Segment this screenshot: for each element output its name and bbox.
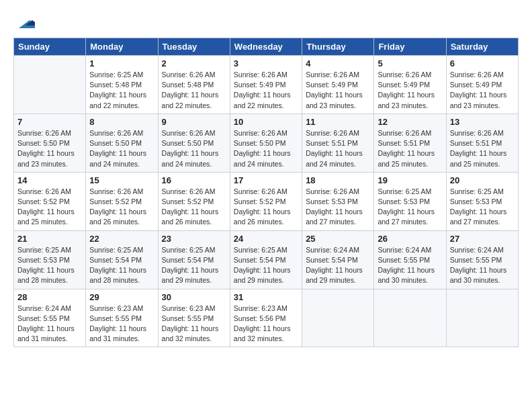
day-number: 28 — [17, 292, 82, 302]
calendar-cell: 21Sunrise: 6:25 AMSunset: 5:53 PMDayligh… — [14, 230, 86, 289]
day-info: Sunrise: 6:23 AMSunset: 5:55 PMDaylight:… — [162, 304, 226, 345]
weekday-header-wednesday: Wednesday — [230, 38, 302, 56]
day-info: Sunrise: 6:23 AMSunset: 5:55 PMDaylight:… — [89, 304, 154, 345]
day-info: Sunrise: 6:25 AMSunset: 5:53 PMDaylight:… — [17, 245, 82, 286]
calendar-cell: 13Sunrise: 6:26 AMSunset: 5:51 PMDayligh… — [446, 113, 518, 172]
calendar-cell: 12Sunrise: 6:26 AMSunset: 5:51 PMDayligh… — [374, 113, 446, 172]
day-info: Sunrise: 6:26 AMSunset: 5:48 PMDaylight:… — [162, 70, 226, 111]
day-info: Sunrise: 6:26 AMSunset: 5:52 PMDaylight:… — [89, 187, 154, 228]
day-info: Sunrise: 6:26 AMSunset: 5:50 PMDaylight:… — [89, 128, 154, 169]
calendar-cell: 7Sunrise: 6:26 AMSunset: 5:50 PMDaylight… — [14, 113, 86, 172]
weekday-header-sunday: Sunday — [14, 38, 86, 56]
calendar-cell — [302, 289, 374, 347]
calendar-cell: 1Sunrise: 6:25 AMSunset: 5:48 PMDaylight… — [86, 56, 158, 114]
weekday-header-saturday: Saturday — [446, 38, 518, 56]
calendar-cell: 6Sunrise: 6:26 AMSunset: 5:49 PMDaylight… — [446, 56, 518, 114]
calendar-cell: 24Sunrise: 6:25 AMSunset: 5:54 PMDayligh… — [230, 230, 302, 289]
logo — [13, 11, 35, 32]
calendar-cell: 31Sunrise: 6:23 AMSunset: 5:56 PMDayligh… — [230, 289, 302, 347]
calendar-cell — [14, 56, 86, 114]
day-info: Sunrise: 6:26 AMSunset: 5:52 PMDaylight:… — [162, 187, 226, 228]
calendar-cell: 9Sunrise: 6:26 AMSunset: 5:50 PMDaylight… — [158, 113, 230, 172]
calendar-cell — [374, 289, 446, 347]
day-number: 31 — [234, 292, 298, 302]
day-info: Sunrise: 6:26 AMSunset: 5:51 PMDaylight:… — [450, 128, 515, 169]
day-info: Sunrise: 6:26 AMSunset: 5:49 PMDaylight:… — [306, 70, 370, 111]
day-info: Sunrise: 6:26 AMSunset: 5:50 PMDaylight:… — [162, 128, 226, 169]
weekday-header-thursday: Thursday — [302, 38, 374, 56]
day-number: 20 — [450, 175, 515, 185]
day-number: 15 — [89, 175, 154, 185]
day-number: 18 — [306, 175, 370, 185]
day-info: Sunrise: 6:26 AMSunset: 5:52 PMDaylight:… — [17, 187, 82, 228]
page: SundayMondayTuesdayWednesdayThursdayFrid… — [0, 0, 532, 411]
logo-icon — [13, 11, 35, 32]
week-row: 28Sunrise: 6:24 AMSunset: 5:55 PMDayligh… — [14, 289, 519, 347]
day-number: 26 — [378, 234, 442, 244]
weekday-header-tuesday: Tuesday — [158, 38, 230, 56]
day-number: 10 — [234, 117, 298, 127]
day-number: 24 — [234, 234, 298, 244]
day-number: 5 — [378, 58, 442, 68]
day-number: 19 — [378, 175, 442, 185]
day-number: 14 — [17, 175, 82, 185]
day-info: Sunrise: 6:24 AMSunset: 5:55 PMDaylight:… — [378, 245, 442, 286]
day-number: 16 — [162, 175, 226, 185]
day-info: Sunrise: 6:26 AMSunset: 5:51 PMDaylight:… — [306, 128, 370, 169]
day-number: 6 — [450, 58, 515, 68]
calendar-cell: 19Sunrise: 6:25 AMSunset: 5:53 PMDayligh… — [374, 172, 446, 230]
calendar-cell: 5Sunrise: 6:26 AMSunset: 5:49 PMDaylight… — [374, 56, 446, 114]
calendar-cell: 15Sunrise: 6:26 AMSunset: 5:52 PMDayligh… — [86, 172, 158, 230]
day-info: Sunrise: 6:25 AMSunset: 5:54 PMDaylight:… — [89, 245, 154, 286]
day-info: Sunrise: 6:25 AMSunset: 5:48 PMDaylight:… — [89, 70, 154, 111]
day-number: 1 — [89, 58, 154, 68]
week-row: 14Sunrise: 6:26 AMSunset: 5:52 PMDayligh… — [14, 172, 519, 230]
day-info: Sunrise: 6:26 AMSunset: 5:50 PMDaylight:… — [17, 128, 82, 169]
day-number: 13 — [450, 117, 515, 127]
day-info: Sunrise: 6:24 AMSunset: 5:55 PMDaylight:… — [17, 304, 82, 345]
calendar-cell: 4Sunrise: 6:26 AMSunset: 5:49 PMDaylight… — [302, 56, 374, 114]
day-info: Sunrise: 6:25 AMSunset: 5:53 PMDaylight:… — [450, 187, 515, 228]
day-number: 4 — [306, 58, 370, 68]
calendar-cell: 11Sunrise: 6:26 AMSunset: 5:51 PMDayligh… — [302, 113, 374, 172]
day-info: Sunrise: 6:24 AMSunset: 5:55 PMDaylight:… — [450, 245, 515, 286]
day-info: Sunrise: 6:24 AMSunset: 5:54 PMDaylight:… — [306, 245, 370, 286]
calendar-cell: 28Sunrise: 6:24 AMSunset: 5:55 PMDayligh… — [14, 289, 86, 347]
calendar-cell: 3Sunrise: 6:26 AMSunset: 5:49 PMDaylight… — [230, 56, 302, 114]
day-number: 25 — [306, 234, 370, 244]
calendar-cell: 23Sunrise: 6:25 AMSunset: 5:54 PMDayligh… — [158, 230, 230, 289]
calendar-cell: 8Sunrise: 6:26 AMSunset: 5:50 PMDaylight… — [86, 113, 158, 172]
calendar-cell: 27Sunrise: 6:24 AMSunset: 5:55 PMDayligh… — [446, 230, 518, 289]
weekday-header-friday: Friday — [374, 38, 446, 56]
day-number: 8 — [89, 117, 154, 127]
day-info: Sunrise: 6:26 AMSunset: 5:49 PMDaylight:… — [234, 70, 298, 111]
calendar-header: SundayMondayTuesdayWednesdayThursdayFrid… — [14, 38, 519, 56]
day-info: Sunrise: 6:26 AMSunset: 5:52 PMDaylight:… — [234, 187, 298, 228]
day-info: Sunrise: 6:26 AMSunset: 5:51 PMDaylight:… — [378, 128, 442, 169]
calendar-cell: 20Sunrise: 6:25 AMSunset: 5:53 PMDayligh… — [446, 172, 518, 230]
calendar-table: SundayMondayTuesdayWednesdayThursdayFrid… — [13, 38, 519, 347]
day-info: Sunrise: 6:25 AMSunset: 5:54 PMDaylight:… — [234, 245, 298, 286]
day-number: 7 — [17, 117, 82, 127]
week-row: 1Sunrise: 6:25 AMSunset: 5:48 PMDaylight… — [14, 56, 519, 114]
day-info: Sunrise: 6:26 AMSunset: 5:49 PMDaylight:… — [378, 70, 442, 111]
day-info: Sunrise: 6:25 AMSunset: 5:53 PMDaylight:… — [378, 187, 442, 228]
calendar-body: 1Sunrise: 6:25 AMSunset: 5:48 PMDaylight… — [14, 56, 519, 347]
day-info: Sunrise: 6:26 AMSunset: 5:53 PMDaylight:… — [306, 187, 370, 228]
day-info: Sunrise: 6:26 AMSunset: 5:49 PMDaylight:… — [450, 70, 515, 111]
day-number: 9 — [162, 117, 226, 127]
day-number: 22 — [89, 234, 154, 244]
week-row: 7Sunrise: 6:26 AMSunset: 5:50 PMDaylight… — [14, 113, 519, 172]
day-info: Sunrise: 6:26 AMSunset: 5:50 PMDaylight:… — [234, 128, 298, 169]
week-row: 21Sunrise: 6:25 AMSunset: 5:53 PMDayligh… — [14, 230, 519, 289]
day-number: 11 — [306, 117, 370, 127]
calendar-cell: 26Sunrise: 6:24 AMSunset: 5:55 PMDayligh… — [374, 230, 446, 289]
day-number: 30 — [162, 292, 226, 302]
weekday-header-monday: Monday — [86, 38, 158, 56]
calendar-cell — [446, 289, 518, 347]
day-number: 12 — [378, 117, 442, 127]
calendar-cell: 10Sunrise: 6:26 AMSunset: 5:50 PMDayligh… — [230, 113, 302, 172]
day-number: 2 — [162, 58, 226, 68]
day-number: 17 — [234, 175, 298, 185]
calendar-cell: 14Sunrise: 6:26 AMSunset: 5:52 PMDayligh… — [14, 172, 86, 230]
